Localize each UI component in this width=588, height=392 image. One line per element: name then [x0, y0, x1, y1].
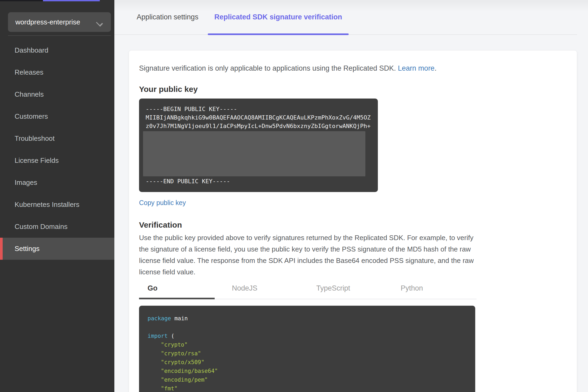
verification-heading: Verification	[139, 220, 567, 229]
sidebar-item-troubleshoot[interactable]: Troubleshoot	[0, 127, 114, 150]
signature-verification-card: Signature verification is only applicabl…	[129, 50, 577, 392]
lang-tab-go[interactable]: Go	[139, 283, 223, 299]
go-keyword-package: package	[148, 315, 171, 322]
go-import-open-paren: (	[168, 333, 174, 339]
code-line-import-encoding-base64: "encoding/base64"	[148, 367, 467, 376]
lang-tab-nodejs[interactable]: NodeJS	[223, 283, 308, 299]
code-line-import: import (	[148, 332, 467, 340]
verification-description: Use the public key provided above to ver…	[139, 232, 477, 278]
pubkey-redacted-area	[143, 131, 365, 176]
sidebar-item-settings[interactable]: Settings	[0, 238, 114, 260]
code-line-package: package main	[148, 314, 467, 323]
go-code-block: package main import ( "crypto" "crypto/r…	[139, 306, 475, 392]
go-keyword-import: import	[148, 333, 168, 339]
go-package-name: main	[171, 315, 188, 322]
sidebar-item-customers[interactable]: Customers	[0, 105, 114, 127]
chevron-down-icon	[95, 19, 104, 25]
app-selector-value: wordpress-enterprise	[15, 18, 80, 26]
sidebar-item-releases[interactable]: Releases	[0, 61, 114, 83]
code-line-import-crypto: "crypto"	[148, 340, 467, 349]
sidebar-divider	[8, 35, 111, 36]
intro-text-period: .	[435, 64, 437, 72]
code-line-blank	[148, 323, 467, 332]
top-accent-strip	[0, 0, 114, 1]
app-window: wordpress-enterprise Dashboard Releases …	[0, 0, 588, 392]
language-tab-bar: Go NodeJS TypeScript Python	[139, 283, 477, 299]
code-line-import-fmt: "fmt"	[148, 384, 467, 392]
sidebar-item-dashboard[interactable]: Dashboard	[0, 39, 114, 61]
pubkey-begin-line: -----BEGIN PUBLIC KEY-----	[146, 105, 371, 113]
sidebar-item-kubernetes-installers[interactable]: Kubernetes Installers	[0, 194, 114, 216]
intro-text-body: Signature verification is only applicabl…	[139, 64, 398, 72]
learn-more-link[interactable]: Learn more	[398, 64, 435, 72]
pubkey-base64-line-2: z0v7Jh7M1NgV1joeu9l1/IaCPsMpyIcL+Dnw5Pdv…	[146, 122, 371, 130]
sidebar-item-images[interactable]: Images	[0, 172, 114, 194]
intro-text: Signature verification is only applicabl…	[139, 63, 567, 74]
code-line-import-crypto-rsa: "crypto/rsa"	[148, 349, 467, 358]
main-area: Application settings Replicated SDK sign…	[114, 0, 588, 392]
sidebar-item-channels[interactable]: Channels	[0, 83, 114, 105]
lang-tab-typescript[interactable]: TypeScript	[308, 283, 392, 299]
app-selector-dropdown[interactable]: wordpress-enterprise	[8, 12, 111, 32]
tab-replicated-sdk-signature-verification[interactable]: Replicated SDK signature verification	[208, 0, 349, 34]
settings-tab-bar: Application settings Replicated SDK sign…	[114, 0, 577, 35]
tab-application-settings[interactable]: Application settings	[137, 0, 198, 34]
top-strip-dark-segment	[0, 0, 43, 1]
pubkey-base64-line-1: MIIBIjANBgkqhkiG9w0BAQEFAAOCAQ8AMIIBCgKC…	[146, 113, 371, 122]
lang-tab-python[interactable]: Python	[392, 283, 477, 299]
sidebar-item-custom-domains[interactable]: Custom Domains	[0, 216, 114, 238]
sidebar-nav: Dashboard Releases Channels Customers Tr…	[0, 39, 114, 260]
code-line-import-crypto-x509: "crypto/x509"	[148, 358, 467, 367]
public-key-heading: Your public key	[139, 85, 567, 94]
code-line-import-encoding-pem: "encoding/pem"	[148, 376, 467, 384]
top-strip-accent-segment	[43, 0, 100, 1]
pubkey-end-line: -----END PUBLIC KEY-----	[146, 177, 371, 186]
public-key-code-block: -----BEGIN PUBLIC KEY----- MIIBIjANBgkqh…	[139, 99, 378, 192]
sidebar-item-license-fields[interactable]: License Fields	[0, 150, 114, 172]
sidebar: wordpress-enterprise Dashboard Releases …	[0, 0, 114, 392]
copy-public-key-link[interactable]: Copy public key	[139, 199, 186, 207]
